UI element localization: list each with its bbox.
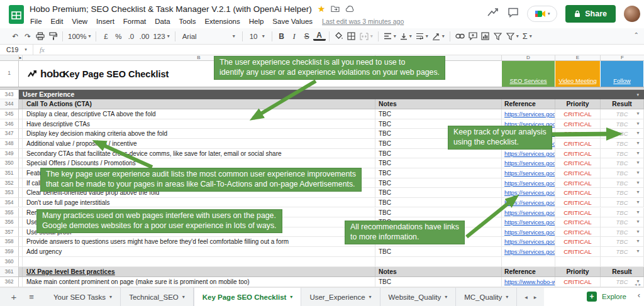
menu-item-help[interactable]: Help: [245, 18, 269, 25]
res-cell[interactable]: TBC▼: [601, 178, 644, 189]
reference-link[interactable]: https://services.goo: [504, 229, 555, 236]
dropdown-arrow-icon[interactable]: ▼: [636, 160, 640, 165]
row-number[interactable]: 357: [0, 227, 19, 238]
sheet-tab-technical-seo[interactable]: Technical_SEO▾: [121, 288, 194, 306]
menu-item-extensions[interactable]: Extensions: [200, 18, 244, 25]
res-cell[interactable]: TBC▼: [601, 217, 644, 227]
reference-link[interactable]: https://services.goo: [504, 199, 555, 206]
name-box[interactable]: C19▾: [0, 46, 33, 53]
menu-item-tools[interactable]: Tools: [175, 18, 201, 25]
menu-item-data[interactable]: Data: [150, 18, 174, 25]
row-number[interactable]: 351: [0, 168, 19, 178]
increase-decimal-button[interactable]: .00: [137, 30, 151, 43]
ref-cell[interactable]: https://services.goo: [502, 158, 555, 168]
decrease-decimal-button[interactable]: .0: [125, 30, 137, 43]
dropdown-arrow-icon[interactable]: ▼: [636, 229, 640, 234]
add-sheet-icon[interactable]: +: [6, 292, 21, 302]
hidden-columns-marker[interactable]: ▸: [19, 55, 22, 60]
reference-link[interactable]: https://services.goo: [504, 209, 555, 216]
item-cell[interactable]: Call To Actions (CTA): [23, 99, 375, 109]
notes-cell[interactable]: Notes: [375, 99, 502, 109]
ref-cell[interactable]: https://services.goo: [502, 237, 555, 247]
item-cell[interactable]: Display a clear, descriptive CTA above t…: [23, 109, 375, 119]
res-cell[interactable]: TBC▼: [601, 247, 644, 257]
notes-cell[interactable]: TBC: [375, 198, 502, 208]
collapse-toolbar-icon[interactable]: ⌃: [634, 31, 639, 38]
reference-link[interactable]: https://services.goo: [504, 180, 555, 187]
item-cell[interactable]: Don't use full page interstitials: [23, 198, 375, 208]
section-dropdown-icon[interactable]: ▾: [636, 92, 639, 97]
pri-cell[interactable]: CRITICAL: [555, 208, 601, 218]
reference-link[interactable]: https://www.hobo-w: [504, 278, 555, 285]
reference-link[interactable]: https://services.goo: [504, 219, 555, 226]
notes-cell[interactable]: TBC: [375, 109, 502, 119]
item-cell[interactable]: Make main content prominent on page (mak…: [23, 277, 375, 287]
merge-cells-button[interactable]: ▾: [358, 30, 375, 43]
row-number[interactable]: 345: [0, 109, 19, 119]
dropdown-arrow-icon[interactable]: ▼: [636, 121, 640, 126]
sheet-tab-user-experience[interactable]: User_Experience▾: [301, 288, 380, 306]
sheets-app-icon[interactable]: [8, 5, 25, 24]
all-sheets-icon[interactable]: ≡: [24, 292, 39, 302]
res-cell[interactable]: Result: [601, 99, 644, 109]
res-cell[interactable]: TBC▼: [601, 109, 644, 119]
ref-cell[interactable]: https://services.goo: [502, 227, 555, 238]
cloud-status-icon[interactable]: [345, 6, 355, 13]
ref-cell[interactable]: Reference: [502, 99, 555, 109]
item-cell[interactable]: Secondary CTAs that facilitate cross-dev…: [23, 149, 375, 159]
text-wrap-button[interactable]: ▾: [414, 30, 430, 43]
text-color-button[interactable]: A: [313, 31, 326, 41]
dropdown-arrow-icon[interactable]: ▼: [636, 190, 640, 194]
pri-cell[interactable]: Priority: [555, 267, 601, 277]
vertical-align-button[interactable]: ▾: [398, 30, 414, 43]
text-rotation-button[interactable]: ▾: [430, 30, 447, 43]
collapse-panel-icon[interactable]: ‹: [638, 290, 640, 300]
dropdown-arrow-icon[interactable]: ▼: [636, 180, 640, 185]
share-button[interactable]: Share: [565, 5, 616, 23]
pri-cell[interactable]: CRITICAL: [555, 277, 601, 287]
item-cell[interactable]: Add urgency: [23, 247, 375, 257]
move-folder-icon[interactable]: [331, 5, 340, 13]
pri-cell[interactable]: Priority: [555, 99, 601, 109]
res-cell[interactable]: TBC▼: [601, 227, 644, 238]
insert-chart-icon[interactable]: [479, 30, 492, 43]
item-cell[interactable]: Display key decision making criteria abo…: [23, 129, 375, 139]
strikethrough-button[interactable]: S: [301, 30, 313, 43]
dropdown-arrow-icon[interactable]: ▼: [636, 239, 640, 243]
empty-cell[interactable]: [375, 257, 502, 267]
row-number[interactable]: 1: [0, 61, 19, 87]
explore-button[interactable]: + Explore: [587, 287, 626, 306]
reference-link[interactable]: https://services.goo: [504, 248, 555, 255]
ref-cell[interactable]: https://www.hobo-w: [502, 277, 555, 287]
dropdown-arrow-icon[interactable]: ▼: [636, 111, 640, 116]
item-cell[interactable]: Provide answers to questions users might…: [23, 237, 375, 247]
reference-link[interactable]: https://services.goo: [504, 150, 555, 157]
sheet-tab-your-seo-tasks[interactable]: Your SEO Tasks▾: [45, 288, 121, 306]
menu-item-save-values[interactable]: Save Values: [268, 18, 317, 25]
empty-cell[interactable]: [23, 257, 375, 267]
column-header-f[interactable]: F: [601, 55, 644, 60]
res-cell[interactable]: TBC▼: [601, 149, 644, 159]
item-cell[interactable]: Have descriptive CTAs: [23, 119, 375, 129]
notes-cell[interactable]: TBC: [375, 168, 502, 178]
menu-item-format[interactable]: Format: [119, 18, 150, 25]
row-number[interactable]: 343: [0, 90, 19, 99]
row-number[interactable]: 353: [0, 188, 19, 198]
sheet-tab-website-quality[interactable]: Website_Quality▾: [380, 288, 457, 306]
item-cell[interactable]: UX Page level Best practices: [23, 267, 375, 277]
sheet-page-title[interactable]: Key Page SEO Checklist: [63, 69, 169, 79]
more-formats-button[interactable]: 123▾: [151, 30, 171, 43]
filter-icon[interactable]: [492, 30, 504, 43]
dropdown-arrow-icon[interactable]: ▼: [636, 131, 640, 135]
banner-link-follow[interactable]: Follow: [601, 61, 643, 87]
row-number[interactable]: 362: [0, 277, 19, 287]
italic-button[interactable]: I: [288, 30, 301, 43]
dropdown-arrow-icon[interactable]: ▼: [636, 170, 640, 175]
notes-cell[interactable]: TBC: [375, 178, 502, 189]
res-cell[interactable]: TBC▼: [601, 139, 644, 149]
font-size-select[interactable]: 10▾: [246, 30, 269, 43]
dropdown-arrow-icon[interactable]: ▼: [636, 249, 640, 253]
res-cell[interactable]: Result: [601, 267, 644, 277]
row-number[interactable]: 344: [0, 99, 19, 109]
dropdown-arrow-icon[interactable]: ▼: [636, 141, 640, 145]
